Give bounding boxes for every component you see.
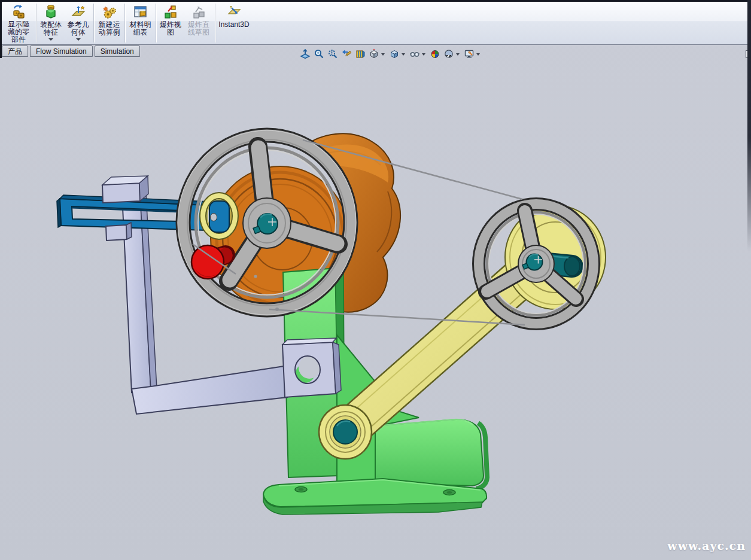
solidworks-window: www.ayc.cn 显示隐 藏的零 部件 装配体 特征 参考几 何体 [0,0,751,560]
explode-line-sketch-button[interactable]: 爆炸直 线草图 [184,2,214,44]
exploded-view-button[interactable]: 爆炸视 图 [157,2,184,44]
button-label: 参考几 何体 [68,21,89,36]
edit-appearance-icon[interactable] [428,48,441,60]
command-manager: 显示隐 藏的零 部件 装配体 特征 参考几 何体 新建运 动算例 [2,2,747,45]
watermark: www.ayc.cn [667,539,746,552]
button-label: 新建运 动算例 [99,21,120,36]
toolbar-separator [215,4,215,42]
assembly-features-button[interactable]: 装配体 特征 [38,2,64,44]
assembly-model[interactable] [0,0,751,560]
bill-of-materials-icon [133,4,148,20]
dropdown-arrow-icon[interactable] [76,38,81,41]
window-border-top [0,0,751,2]
instant3d-button[interactable]: Instant3D [217,2,251,44]
button-label: 爆炸直 线草图 [188,21,209,36]
commandmanager-tabs: 产品 Flow Simulation Simulation [2,45,142,57]
show-hidden-components-icon [11,4,26,20]
button-label: Instant3D [218,21,249,29]
dropdown-arrow-icon[interactable] [381,53,385,56]
bill-of-materials-button[interactable]: 材料明 细表 [126,2,154,44]
exploded-view-icon [163,4,178,20]
toolbar-separator [36,4,37,42]
dropdown-arrow-icon[interactable] [476,53,480,56]
display-style-icon[interactable] [388,48,400,60]
assembly-features-icon [43,4,59,20]
button-label: 爆炸视 图 [160,21,181,36]
toolbar-separator [93,4,94,42]
dropdown-arrow-icon[interactable] [402,53,405,56]
view-orientation-icon[interactable] [367,48,380,60]
section-view-icon[interactable] [354,48,366,60]
dropdown-arrow-icon[interactable] [422,53,425,56]
button-label: 材料明 细表 [130,21,151,36]
new-motion-study-icon [102,4,117,20]
apply-scene-icon[interactable] [442,48,455,60]
heads-up-view-toolbar [298,47,482,61]
button-label: 装配体 特征 [40,21,62,36]
window-border-right [747,0,751,251]
dropdown-arrow-icon[interactable] [456,53,460,56]
hide-show-items-icon[interactable] [408,48,421,60]
tab-product[interactable]: 产品 [2,45,28,57]
toolbar-separator [124,4,125,42]
toolbar-separator [156,4,156,42]
zoom-to-area-icon[interactable] [326,48,339,60]
previous-view-icon[interactable] [340,48,352,60]
reference-geometry-icon [71,4,86,20]
zoom-to-fit-icon[interactable] [299,48,311,60]
show-hidden-components-button[interactable]: 显示隐 藏的零 部件 [2,2,35,44]
explode-line-sketch-icon [191,4,206,20]
tab-flow-simulation[interactable]: Flow Simulation [30,45,93,57]
reference-geometry-button[interactable]: 参考几 何体 [64,2,92,44]
button-label: 显示隐 藏的零 部件 [8,20,29,44]
instant3d-icon [226,4,242,20]
view-settings-icon[interactable] [463,48,475,60]
3d-viewport[interactable]: www.ayc.cn [0,0,751,560]
dropdown-arrow-icon[interactable] [48,38,53,41]
tab-simulation[interactable]: Simulation [95,45,140,57]
window-border-left [0,0,2,58]
new-motion-study-button[interactable]: 新建运 动算例 [95,2,123,44]
zoom-in-out-icon[interactable] [312,48,325,60]
